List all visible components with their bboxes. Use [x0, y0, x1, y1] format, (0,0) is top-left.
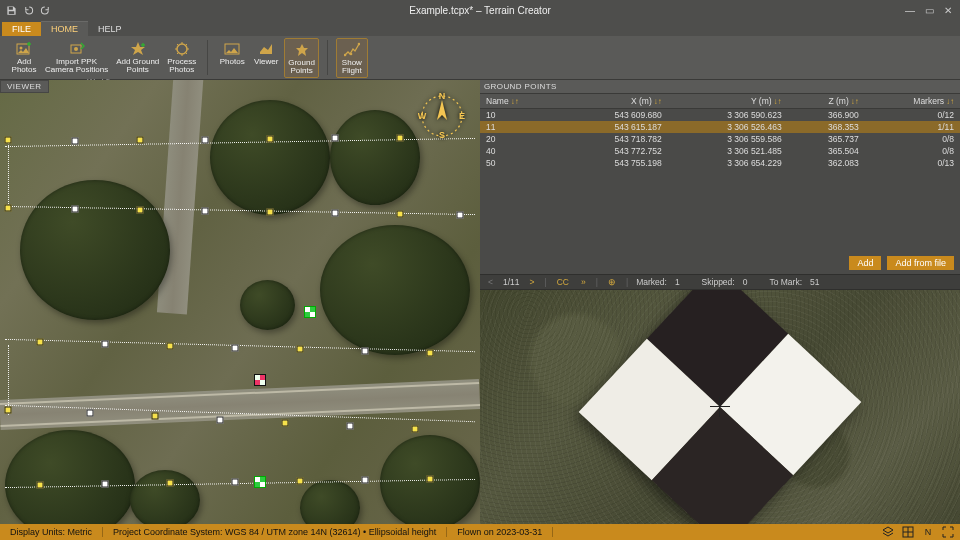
show-flight-button[interactable]: ShowFlight — [336, 38, 368, 78]
skipped-value: 0 — [743, 277, 748, 287]
ribbon-tab-strip: FILE HOME HELP — [0, 20, 960, 36]
workspace: VIEWER — [0, 80, 960, 524]
table-row[interactable]: 11543 615.1873 306 526.463368.3531/11 — [480, 121, 960, 133]
view-layers-icon[interactable] — [882, 526, 894, 538]
aerial-viewer[interactable]: N S E W — [0, 80, 480, 524]
svg-text:W: W — [418, 111, 427, 121]
tab-help[interactable]: HELP — [88, 22, 132, 36]
quick-access-toolbar — [0, 5, 57, 16]
svg-text:S: S — [439, 130, 445, 140]
add-from-file-button[interactable]: Add from file — [887, 256, 954, 270]
ribbon-group-viewer: ShowFlight Viewer — [332, 38, 372, 77]
status-crs[interactable]: Project Coordinate System: WGS 84 / UTM … — [103, 527, 447, 537]
svg-text:N: N — [439, 92, 446, 101]
view-grid-icon[interactable] — [902, 526, 914, 538]
svg-point-3 — [74, 47, 78, 51]
close-button[interactable]: ✕ — [944, 5, 952, 16]
svg-point-1 — [20, 47, 23, 50]
svg-point-7 — [350, 53, 353, 56]
table-row[interactable]: 10543 609.6803 306 590.623366.9000/12 — [480, 109, 960, 122]
photos-view-button[interactable]: Photos — [216, 38, 248, 78]
next-photo-button[interactable]: > — [528, 277, 537, 287]
process-photos-button[interactable]: ProcessPhotos — [164, 38, 199, 76]
process-icon — [173, 40, 191, 58]
viewer-panel-tab[interactable]: VIEWER — [0, 80, 49, 93]
ground-points-view-button[interactable]: GroundPoints — [284, 38, 319, 78]
gcp-marker-selected[interactable] — [255, 477, 265, 487]
tomark-label: To Mark: — [769, 277, 802, 287]
skipped-label: Skipped: — [702, 277, 735, 287]
window-title: Example.tcpx* – Terrain Creator — [409, 5, 551, 16]
add-photos-button[interactable]: AddPhotos — [8, 38, 40, 76]
table-row[interactable]: 50543 755.1983 306 654.229362.0830/13 — [480, 157, 960, 169]
flight-icon — [343, 41, 361, 59]
ribbon-group-view-modes: Photos Viewer GroundPoints View Modes — [212, 38, 323, 77]
import-ppk-button[interactable]: Import PPKCamera Positions — [42, 38, 111, 76]
col-z[interactable]: Z (m)↓↑ — [788, 94, 865, 109]
marked-label: Marked: — [636, 277, 667, 287]
add-button[interactable]: Add — [849, 256, 881, 270]
marker-photo-view[interactable] — [480, 290, 960, 524]
ground-points-header: GROUND POINTS — [480, 80, 960, 94]
maximize-button[interactable]: ▭ — [925, 5, 934, 16]
table-row[interactable]: 40543 772.7523 306 521.485365.5040/8 — [480, 145, 960, 157]
viewer-icon — [257, 40, 275, 58]
save-icon[interactable] — [6, 5, 17, 16]
gcp-marker-selected[interactable] — [305, 307, 315, 317]
cc-button[interactable]: CC — [555, 277, 571, 287]
minimize-button[interactable]: — — [905, 5, 915, 16]
compass[interactable]: N S E W — [418, 92, 466, 140]
prev-photo-button[interactable]: < — [486, 277, 495, 287]
target-tool-icon[interactable]: ⊕ — [606, 277, 618, 287]
photo-counter: 1/11 — [503, 277, 520, 287]
redo-icon[interactable] — [40, 5, 51, 16]
tab-file[interactable]: FILE — [2, 22, 41, 36]
photos-icon — [223, 40, 241, 58]
col-name[interactable]: Name↓↑ — [480, 94, 561, 109]
cc-next-button[interactable]: » — [579, 277, 588, 287]
add-photos-icon — [15, 40, 33, 58]
marking-toolbar: < 1/11 > | CC » | ⊕ | Marked: 1 Skipped:… — [480, 274, 960, 290]
title-bar: Example.tcpx* – Terrain Creator — ▭ ✕ — [0, 0, 960, 20]
marked-value: 1 — [675, 277, 680, 287]
svg-text:E: E — [459, 111, 465, 121]
ribbon-group-workflow: AddPhotos Import PPKCamera Positions Add… — [4, 38, 203, 77]
ground-points-table[interactable]: Name↓↑ X (m)↓↑ Y (m)↓↑ Z (m)↓↑ Markers↓↑… — [480, 94, 960, 252]
tomark-value: 51 — [810, 277, 819, 287]
col-y[interactable]: Y (m)↓↑ — [668, 94, 788, 109]
ribbon: AddPhotos Import PPKCamera Positions Add… — [0, 36, 960, 80]
fullscreen-icon[interactable] — [942, 526, 954, 538]
status-display-units[interactable]: Display Units: Metric — [0, 527, 103, 537]
table-row[interactable]: 20543 718.7823 306 559.586365.7370/8 — [480, 133, 960, 145]
status-flown: Flown on 2023-03-31 — [447, 527, 553, 537]
import-ppk-icon — [68, 40, 86, 58]
gcp-marker[interactable] — [255, 375, 265, 385]
add-ground-points-button[interactable]: Add GroundPoints — [113, 38, 162, 76]
ground-points-buttons: Add Add from file — [480, 252, 960, 274]
tab-home[interactable]: HOME — [41, 21, 88, 36]
viewer-view-button[interactable]: Viewer — [250, 38, 282, 78]
ground-points-icon — [293, 41, 311, 59]
col-x[interactable]: X (m)↓↑ — [561, 94, 668, 109]
right-panel: GROUND POINTS Name↓↑ X (m)↓↑ Y (m)↓↑ Z (… — [480, 80, 960, 524]
status-bar: Display Units: Metric Project Coordinate… — [0, 524, 960, 540]
undo-icon[interactable] — [23, 5, 34, 16]
col-markers[interactable]: Markers↓↑ — [865, 94, 960, 109]
window-controls: — ▭ ✕ — [897, 5, 960, 16]
compass-toggle-icon[interactable]: N — [922, 526, 934, 538]
ground-point-icon — [129, 40, 147, 58]
